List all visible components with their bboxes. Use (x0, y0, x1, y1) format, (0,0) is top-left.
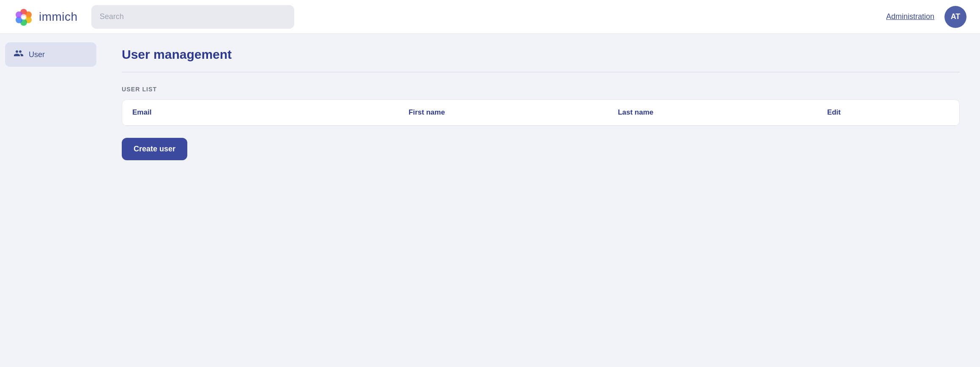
immich-logo-icon (14, 7, 34, 27)
svg-point-6 (21, 14, 27, 20)
main-content: User management USER LIST Email First na… (101, 34, 980, 367)
main-layout: User User management USER LIST Email Fir… (0, 34, 980, 367)
search-input[interactable] (91, 5, 294, 29)
logo-text: immich (39, 10, 78, 24)
user-avatar[interactable]: AT (944, 6, 966, 28)
col-email: Email (122, 100, 398, 126)
title-divider (122, 72, 960, 72)
table-header-row: Email First name Last name Edit (122, 100, 959, 126)
user-icon (14, 48, 24, 61)
user-list-label: USER LIST (122, 86, 960, 93)
create-user-button[interactable]: Create user (122, 138, 187, 160)
logo-area[interactable]: immich (14, 7, 78, 27)
sidebar-user-label: User (29, 50, 45, 59)
sidebar: User (0, 34, 101, 367)
col-first-name: First name (398, 100, 608, 126)
avatar-initials: AT (951, 12, 961, 21)
user-table: Email First name Last name Edit (122, 100, 959, 126)
page-title: User management (122, 47, 960, 62)
header-right: Administration AT (886, 6, 966, 28)
administration-link[interactable]: Administration (886, 12, 934, 21)
app-header: immich Administration AT (0, 0, 980, 34)
col-edit: Edit (817, 100, 959, 126)
user-table-container: Email First name Last name Edit (122, 99, 960, 126)
sidebar-item-user[interactable]: User (5, 42, 96, 67)
col-last-name: Last name (608, 100, 817, 126)
